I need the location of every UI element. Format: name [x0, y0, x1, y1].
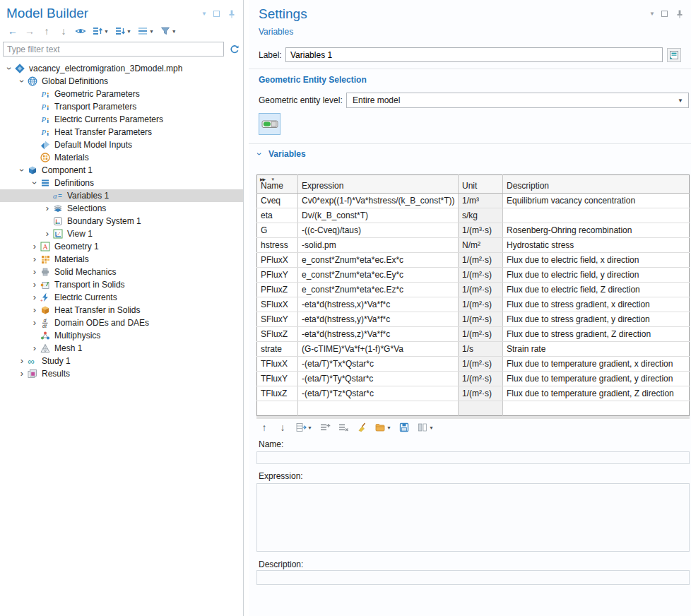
expression-cell[interactable]: Dv/(k_B_const*T) [298, 208, 459, 223]
expression-cell[interactable]: -eta*d(hstress,z)*Va*f*c [298, 327, 459, 342]
description-cell[interactable]: Flux due to electric field, y direction [503, 268, 690, 283]
tree-item-domain-odes-and-daes[interactable]: ›ddtDomain ODEs and DAEs [0, 316, 243, 329]
save-floppy-button[interactable] [397, 421, 411, 434]
expander-closed-icon[interactable]: › [30, 319, 40, 327]
tree-item-multiphysics[interactable]: Multiphysics [0, 329, 243, 342]
geometric-entity-level-select[interactable]: Entire model ▼ [346, 93, 689, 108]
unit-cell[interactable]: 1/(m²·s) [459, 386, 503, 401]
tree-item-mesh-1[interactable]: ›Mesh 1 [0, 342, 243, 355]
unit-cell[interactable]: 1/(m²·s) [459, 253, 503, 268]
name-input[interactable] [256, 451, 690, 464]
expression-cell[interactable]: -((c-Cveq)/taus) [298, 223, 459, 238]
tree-item-transport-parameters[interactable]: PTransport Parameters [0, 100, 243, 113]
pin-icon[interactable] [674, 8, 685, 20]
sort-caret-icon[interactable]: ▼ [271, 177, 275, 182]
tree-item-vacancy-electromigration-3dmodel-mph[interactable]: ›vacancy_electromigration_3Dmodel.mph [0, 62, 243, 75]
name-cell[interactable]: G [257, 223, 298, 238]
tree-item-definitions[interactable]: ›Definitions [0, 177, 243, 189]
tree-item-study-1[interactable]: ›∞Study 1 [0, 355, 243, 367]
expression-textarea[interactable] [256, 483, 690, 552]
expression-cell[interactable]: -(eta/T)*Tz*Qstar*c [298, 386, 459, 401]
tree-item-geometry-1[interactable]: ›AGeometry 1 [0, 240, 243, 253]
description-cell[interactable]: Equilibrium vacancy concentration [503, 194, 690, 208]
description-cell[interactable]: Hydrostatic stress [503, 238, 690, 253]
row-up-arrow-button[interactable]: ↑ [257, 421, 271, 434]
description-cell[interactable]: Strain rate [503, 342, 690, 357]
expander-open-icon[interactable]: › [30, 179, 40, 187]
expression-cell[interactable]: -eta*d(hstress,x)*Va*f*c [298, 297, 459, 312]
description-cell[interactable] [503, 401, 690, 416]
back-arrow-button[interactable]: ← [6, 25, 20, 37]
expander-open-icon[interactable]: › [17, 77, 27, 85]
filter-input[interactable] [3, 42, 224, 57]
name-cell[interactable]: SFluxX [257, 297, 298, 312]
expression-cell[interactable]: e_const*Znum*eta*ec.Ey*c [298, 268, 459, 283]
expression-cell[interactable]: (G-cTIME)*Va*f+(1-f)*G*Va [298, 342, 459, 357]
tree-item-geometric-parameters[interactable]: PGeometric Parameters [0, 88, 243, 100]
unit-cell[interactable]: 1/s [459, 342, 503, 357]
description-cell[interactable]: Flux due to temperature gradient, x dire… [503, 357, 690, 372]
description-input[interactable] [256, 570, 690, 585]
collapse-all-button[interactable]: ▼ [113, 25, 133, 37]
expander-closed-icon[interactable]: › [30, 306, 40, 314]
add-row-button[interactable] [318, 421, 332, 434]
expression-cell[interactable]: -(eta/T)*Tx*Qstar*c [298, 357, 459, 372]
expression-cell[interactable]: Cv0*exp((1-f)*Va*hstress/(k_B_const*T)) [298, 194, 459, 208]
row-down-arrow-button[interactable]: ↓ [276, 421, 290, 434]
expression-cell[interactable] [298, 401, 459, 416]
unit-cell[interactable]: s/kg [459, 208, 503, 223]
tree-item-electric-currents-parameters[interactable]: PElectric Currents Parameters [0, 113, 243, 126]
tree-item-variables-1[interactable]: a=Variables 1 [0, 189, 243, 202]
tree-item-transport-in-solids[interactable]: ›Transport in Solids [0, 278, 243, 291]
tree-item-view-1[interactable]: ›View 1 [0, 227, 243, 240]
expander-closed-icon[interactable]: › [30, 268, 40, 276]
tree-item-component-1[interactable]: ›Component 1 [0, 164, 243, 177]
expander-open-icon[interactable]: › [4, 64, 14, 73]
unit-cell[interactable]: 1/m³ [459, 194, 503, 208]
description-cell[interactable]: Flux due to electric field, x direction [503, 253, 690, 268]
skip-to-icon[interactable]: ▶▶ [260, 177, 265, 182]
expand-all-button[interactable]: ▼ [90, 25, 110, 37]
unit-cell[interactable]: 1/(m²·s) [459, 268, 503, 283]
filter-funnel-button[interactable]: ▼ [158, 25, 178, 37]
refresh-button[interactable] [228, 43, 242, 56]
expression-cell[interactable]: -(eta/T)*Ty*Qstar*c [298, 372, 459, 386]
node-label-button[interactable]: ▼ [136, 25, 155, 37]
tree-item-materials[interactable]: ›Materials [0, 253, 243, 266]
expander-closed-icon[interactable]: › [30, 280, 40, 289]
expression-cell[interactable]: e_const*Znum*eta*ec.Ez*c [298, 283, 459, 297]
name-cell[interactable] [257, 401, 298, 416]
tree-item-electric-currents[interactable]: ›+Electric Currents [0, 291, 243, 304]
name-cell[interactable]: strate [257, 342, 298, 357]
move-to-table-button[interactable]: ▼ [294, 421, 314, 434]
clear-broom-button[interactable] [355, 421, 369, 434]
table-columns-button[interactable]: ▼ [415, 421, 435, 434]
description-cell[interactable] [503, 208, 690, 223]
tree-item-default-model-inputs[interactable]: Default Model Inputs [0, 138, 243, 151]
name-cell[interactable]: hstress [257, 238, 298, 253]
name-cell[interactable]: TFluxX [257, 357, 298, 372]
show-eye-button[interactable] [73, 25, 88, 37]
move-up-arrow-button[interactable]: ↑ [40, 25, 54, 37]
expression-cell[interactable]: -eta*d(hstress,y)*Va*f*c [298, 312, 459, 327]
unit-cell[interactable]: 1/(m²·s) [459, 297, 503, 312]
active-selection-toggle-button[interactable] [259, 113, 280, 135]
unit-cell[interactable]: 1/(m²·s) [459, 372, 503, 386]
unit-cell[interactable]: N/m² [459, 238, 503, 253]
expander-closed-icon[interactable]: › [30, 344, 40, 353]
tree-item-results[interactable]: ›Results [0, 367, 243, 380]
rename-note-button[interactable] [667, 48, 681, 62]
name-cell[interactable]: TFluxZ [257, 386, 298, 401]
unit-cell[interactable]: 1/(m²·s) [459, 283, 503, 297]
description-cell[interactable]: Flux due to temperature gradient, y dire… [503, 372, 690, 386]
tree-item-heat-transfer-parameters[interactable]: PHeat Transfer Parameters [0, 126, 243, 138]
expander-closed-icon[interactable]: › [30, 242, 40, 251]
tree-item-boundary-system-1[interactable]: Boundary System 1 [0, 215, 243, 227]
description-cell[interactable]: Flux due to stress gradient, y direction [503, 312, 690, 327]
expression-cell[interactable]: -solid.pm [298, 238, 459, 253]
expander-closed-icon[interactable]: › [42, 230, 52, 238]
name-cell[interactable]: SFluxZ [257, 327, 298, 342]
dropdown-arrow-icon[interactable]: ▼ [201, 8, 207, 20]
name-cell[interactable]: PFluxZ [257, 283, 298, 297]
settings-subtitle[interactable]: Variables [259, 27, 293, 37]
